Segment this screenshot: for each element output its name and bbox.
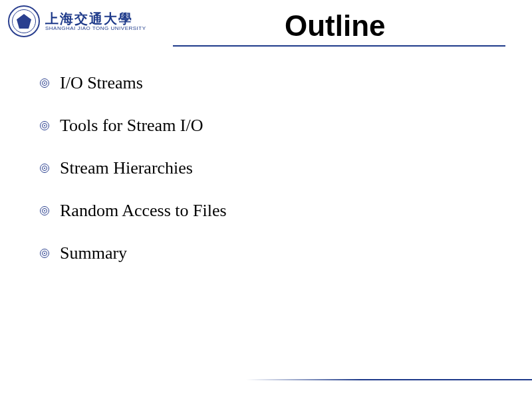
bullet-text: Stream Hierarchies	[60, 158, 193, 178]
bullet-text: Tools for Stream I/O	[60, 116, 203, 136]
list-item: Random Access to Files	[40, 201, 532, 221]
logo-emblem-icon	[8, 5, 40, 37]
slide-header: 上海交通大學 Shanghai Jiao Tong University Out…	[0, 0, 532, 43]
list-item: Summary	[40, 243, 532, 263]
title-container: Outline	[146, 5, 524, 43]
logo-name-cn: 上海交通大學	[45, 11, 146, 26]
university-logo: 上海交通大學 Shanghai Jiao Tong University	[8, 5, 146, 37]
logo-text: 上海交通大學 Shanghai Jiao Tong University	[45, 11, 146, 32]
list-item: I/O Streams	[40, 73, 532, 93]
bullet-icon	[40, 121, 49, 130]
list-item: Tools for Stream I/O	[40, 116, 532, 136]
bullet-text: I/O Streams	[60, 73, 143, 93]
logo-name-en: Shanghai Jiao Tong University	[45, 26, 146, 32]
bullet-text: Summary	[60, 243, 127, 263]
bullet-text: Random Access to Files	[60, 201, 227, 221]
list-item: Stream Hierarchies	[40, 158, 532, 178]
logo-mark-icon	[17, 14, 31, 29]
footer-rule	[246, 379, 532, 380]
bullet-icon	[40, 206, 49, 215]
slide-title: Outline	[285, 9, 386, 43]
slide-content: I/O Streams Tools for Stream I/O Stream …	[0, 47, 532, 263]
bullet-icon	[40, 78, 49, 88]
bullet-icon	[40, 164, 49, 173]
bullet-icon	[40, 249, 49, 258]
